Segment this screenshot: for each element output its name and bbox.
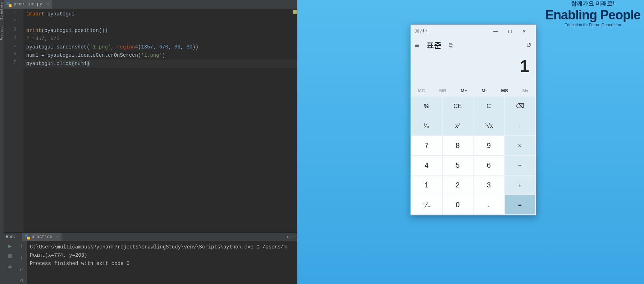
key-equals[interactable]: = (505, 195, 535, 214)
gear-icon[interactable]: ⚙ (287, 234, 290, 240)
run-config-name: practice (32, 234, 52, 239)
editor-tabbar: practice.py × (4, 0, 297, 9)
mem-mdrop[interactable]: M▾ (522, 88, 529, 93)
gutter: 1 2 3 4 5 6 7 (4, 9, 23, 232)
calc-display: 1 (411, 53, 536, 85)
keypad: % CE C ⌫ ¹⁄ₓ x² ²√x ÷ 7 8 9 × 4 5 6 − 1 … (411, 96, 536, 215)
wallpaper-heading: 함께가요 미래로! Enabling People Education for … (545, 0, 640, 27)
run-toolwindow-header: Run: practice × ⚙ — (4, 232, 297, 241)
mem-mminus[interactable]: M- (481, 88, 487, 93)
key-4[interactable]: 4 (411, 156, 442, 175)
editor[interactable]: 1 2 3 4 5 6 7 import pyautogui print(pya… (4, 9, 297, 232)
console-output[interactable]: C:\Users\multicampus\PycharmProjects\cra… (27, 241, 297, 284)
key-9[interactable]: 9 (474, 136, 504, 155)
key-reciprocal[interactable]: ¹⁄ₓ (411, 116, 442, 135)
run-icon[interactable]: ▶ (8, 243, 11, 249)
key-sign[interactable]: ⁺⁄₋ (411, 195, 442, 214)
print-icon[interactable]: ⎙ (20, 278, 23, 284)
memory-row: MC MR M+ M- MS M▾ (411, 85, 536, 96)
close-icon[interactable]: × (56, 235, 59, 239)
python-icon (25, 234, 30, 239)
calc-titlebar[interactable]: 계산기 — ▢ ✕ (411, 25, 536, 38)
key-3[interactable]: 3 (474, 176, 504, 195)
key-ce[interactable]: CE (443, 97, 473, 116)
key-square[interactable]: x² (443, 116, 473, 135)
key-6[interactable]: 6 (474, 156, 504, 175)
code-area[interactable]: import pyautogui print(pyautogui.positio… (23, 9, 297, 232)
desktop-background: 함께가요 미래로! Enabling People Education for … (297, 0, 644, 284)
key-8[interactable]: 8 (443, 136, 473, 155)
close-icon[interactable]: × (46, 2, 49, 6)
key-5[interactable]: 5 (443, 156, 473, 175)
key-backspace[interactable]: ⌫ (505, 97, 535, 116)
key-plus[interactable]: + (505, 176, 535, 195)
keep-on-top-icon[interactable]: ⧉ (449, 42, 453, 49)
layout-icon[interactable]: ⇄ (8, 263, 12, 270)
minimize-icon[interactable]: — (488, 26, 503, 37)
key-multiply[interactable]: × (505, 136, 535, 155)
history-icon[interactable]: ↺ (526, 41, 531, 49)
down-icon[interactable]: ↓ (20, 255, 23, 261)
run-toolwindow: ▶ ⇄ ↑ ↓ ↩ ⎙ C:\Users\multicampus\Pycharm… (4, 241, 297, 284)
key-c[interactable]: C (474, 97, 504, 116)
calc-mode-label: 표준 (426, 40, 442, 50)
stop-icon[interactable] (8, 254, 12, 258)
mem-mr[interactable]: MR (439, 88, 446, 93)
wrap-icon[interactable]: ↩ (20, 266, 23, 273)
key-percent[interactable]: % (411, 97, 442, 116)
key-divide[interactable]: ÷ (505, 116, 535, 135)
side-tab-structure[interactable]: Structure (0, 2, 4, 20)
run-actions-col2: ↑ ↓ ↩ ⎙ (16, 241, 27, 284)
side-tab-project[interactable]: Project (0, 27, 4, 41)
editor-tab-practice[interactable]: practice.py × (4, 0, 52, 9)
key-1[interactable]: 1 (411, 176, 442, 195)
run-label: Run: (6, 234, 16, 239)
hide-icon[interactable]: — (292, 234, 295, 240)
key-sqrt[interactable]: ²√x (474, 116, 504, 135)
calc-modebar: ≡ 표준 ⧉ ↺ (411, 38, 536, 53)
ide-side-tabs[interactable]: Project Structure (0, 0, 4, 284)
run-config-tab[interactable]: practice × (22, 233, 61, 241)
tab-filename: practice.py (14, 2, 42, 7)
key-minus[interactable]: − (505, 156, 535, 175)
calc-title-text: 계산기 (415, 28, 429, 34)
mem-ms[interactable]: MS (501, 88, 508, 93)
python-icon (6, 2, 12, 7)
mem-mc[interactable]: MC (418, 88, 425, 93)
calculator-window: 계산기 — ▢ ✕ ≡ 표준 ⧉ ↺ 1 MC MR M+ M- MS M▾ %… (410, 24, 536, 215)
mem-mplus[interactable]: M+ (461, 88, 467, 93)
key-0[interactable]: 0 (443, 195, 473, 214)
ide-window: Project Structure practice.py × 1 2 3 4 … (0, 0, 297, 284)
key-dot[interactable]: . (474, 195, 504, 214)
run-actions-col1: ▶ ⇄ (4, 241, 16, 284)
up-icon[interactable]: ↑ (20, 243, 23, 250)
key-7[interactable]: 7 (411, 136, 442, 155)
maximize-icon[interactable]: ▢ (503, 26, 517, 37)
hamburger-icon[interactable]: ≡ (415, 41, 419, 50)
key-2[interactable]: 2 (443, 176, 473, 195)
close-icon[interactable]: ✕ (517, 26, 531, 37)
